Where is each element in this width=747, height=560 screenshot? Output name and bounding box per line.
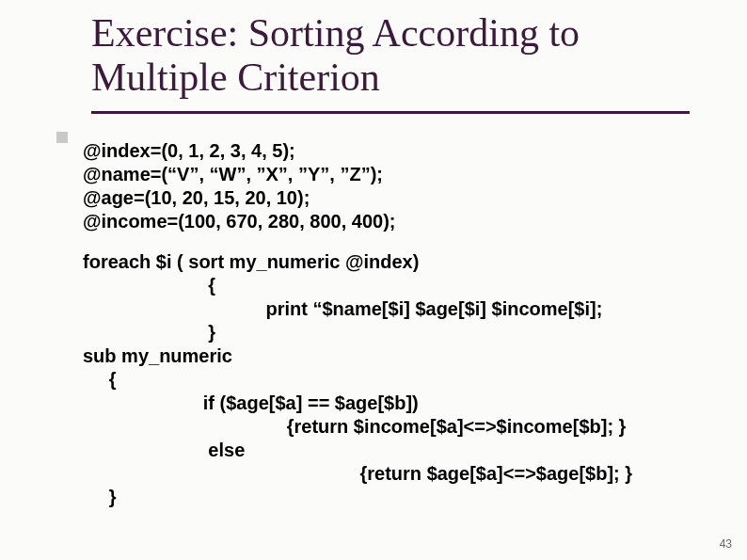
code-line: print “$name[$i] $age[$i] $income[$i]; xyxy=(83,297,713,321)
code-line: {return $income[$a]<=>$income[$b]; } xyxy=(83,415,713,439)
bullet-square-icon xyxy=(56,132,68,143)
code-line: { xyxy=(83,274,713,297)
code-line: } xyxy=(83,486,713,509)
code-line: @age=(10, 20, 15, 20, 10); xyxy=(83,186,713,210)
title-underline xyxy=(91,111,690,114)
code-line: @index=(0, 1, 2, 3, 4, 5); xyxy=(83,139,713,163)
code-line: @income=(100, 670, 280, 800, 400); xyxy=(83,210,713,233)
slide-title: Exercise: Sorting According to Multiple … xyxy=(91,11,693,100)
code-line: if ($age[$a] == $age[$b]) xyxy=(83,392,713,415)
code-line: } xyxy=(83,321,713,344)
page-number: 43 xyxy=(720,537,732,551)
code-line: @name=(“V”, “W”, ”X”, ”Y”, ”Z”); xyxy=(83,163,713,186)
code-block: @index=(0, 1, 2, 3, 4, 5); @name=(“V”, “… xyxy=(83,139,713,509)
code-line: {return $age[$a]<=>$age[$b]; } xyxy=(83,462,713,486)
slide: Exercise: Sorting According to Multiple … xyxy=(0,0,747,560)
code-line: sub my_numeric xyxy=(83,344,713,368)
code-line: else xyxy=(83,439,713,462)
code-line: { xyxy=(83,368,713,392)
blank-line xyxy=(83,233,713,250)
code-line: foreach $i ( sort my_numeric @index) xyxy=(83,250,713,274)
